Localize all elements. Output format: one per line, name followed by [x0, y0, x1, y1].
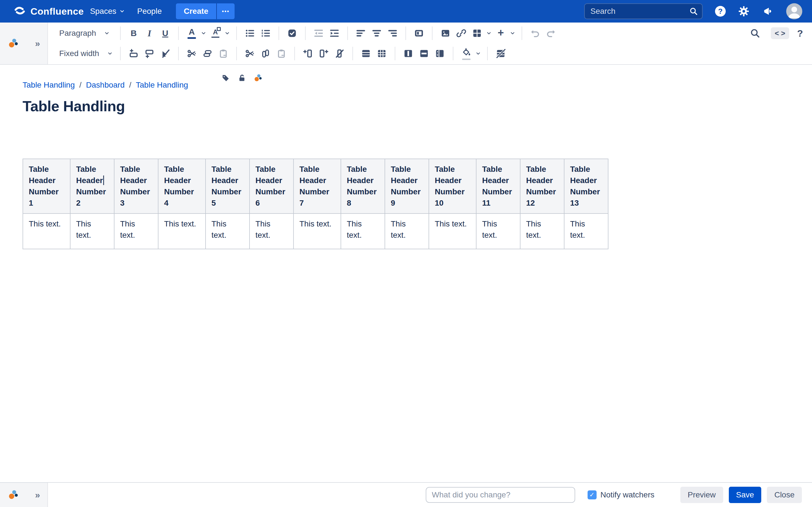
user-avatar[interactable] — [785, 3, 803, 20]
cell-color-button[interactable] — [459, 46, 474, 61]
insert-column-before-button[interactable] — [301, 46, 315, 61]
table-cell[interactable]: This text. — [341, 214, 385, 249]
table-header-cell[interactable]: Table Header Number 1 — [23, 159, 70, 214]
table-cell[interactable]: This text. — [250, 214, 294, 249]
version-comment-input[interactable] — [426, 487, 575, 503]
create-button[interactable]: Create — [176, 3, 216, 19]
cut-row-button[interactable] — [185, 46, 199, 61]
preview-button[interactable]: Preview — [680, 487, 723, 503]
table-cell[interactable]: This text. — [294, 214, 341, 249]
insert-image-button[interactable] — [438, 26, 453, 41]
notify-checkbox[interactable]: ✓ — [588, 490, 597, 499]
insert-row-below-button[interactable] — [142, 46, 157, 61]
table-header-cell[interactable]: Table Header Number 6 — [250, 159, 294, 214]
insert-column-after-button[interactable] — [316, 46, 331, 61]
table-cell[interactable]: This text. — [114, 214, 158, 249]
create-more-button[interactable]: ••• — [217, 3, 235, 19]
sidebar-expand-button[interactable]: » — [35, 39, 40, 48]
nav-people[interactable]: People — [131, 0, 168, 22]
close-button[interactable]: Close — [767, 487, 802, 503]
editor-content[interactable]: Table Handling / Dashboard / Table Handl… — [0, 65, 812, 482]
announcements-icon[interactable] — [762, 6, 773, 17]
text-color-button[interactable]: A — [185, 26, 199, 41]
table-header-cell[interactable]: Table Header Number 3 — [114, 159, 158, 214]
outdent-button[interactable] — [311, 26, 326, 41]
table-header-cell[interactable]: Table Header Number 5 — [206, 159, 250, 214]
unlock-icon[interactable] — [238, 73, 246, 82]
paste-column-button[interactable] — [274, 46, 289, 61]
header-column-toggle-button[interactable] — [374, 46, 389, 61]
find-replace-button[interactable] — [748, 26, 762, 41]
breadcrumb-link[interactable]: Table Handling — [22, 80, 75, 90]
settings-gear-icon[interactable] — [738, 6, 749, 17]
copy-row-button[interactable] — [200, 46, 215, 61]
table-cell[interactable]: This text. — [476, 214, 520, 249]
italic-button[interactable]: I — [142, 26, 157, 41]
table-header-cell[interactable]: Table Header Number 2 — [70, 159, 114, 214]
table-header-cell[interactable]: Table Header Number 12 — [520, 159, 564, 214]
copy-column-button[interactable] — [258, 46, 273, 61]
table-cell[interactable]: This text. — [429, 214, 476, 249]
table-header-cell[interactable]: Table Header Number 11 — [476, 159, 520, 214]
page-layout-button[interactable] — [412, 26, 426, 41]
bullet-list-button[interactable] — [243, 26, 257, 41]
page-title[interactable]: Table Handling — [22, 98, 812, 115]
table-header-cell[interactable]: Table Header Number 13 — [564, 159, 608, 214]
merge-cells-button[interactable] — [401, 46, 416, 61]
cut-column-button[interactable] — [243, 46, 257, 61]
table-cell[interactable]: This text. — [70, 214, 114, 249]
table-header-cell[interactable]: Table Header Number 10 — [429, 159, 476, 214]
more-formatting-chevron[interactable] — [224, 31, 230, 36]
table-cell[interactable]: This text. — [385, 214, 429, 249]
insert-row-above-button[interactable] — [126, 46, 141, 61]
align-left-button[interactable] — [354, 26, 368, 41]
table-cell[interactable]: This text. — [564, 214, 608, 249]
numbered-list-button[interactable] — [258, 26, 273, 41]
editor-help-button[interactable]: ? — [797, 28, 803, 39]
bold-button[interactable]: B — [126, 26, 141, 41]
table-header-cell[interactable]: Table Header Number 4 — [158, 159, 206, 214]
remove-column-button[interactable] — [332, 46, 347, 61]
table-cell[interactable]: This text. — [520, 214, 564, 249]
redo-button[interactable] — [544, 26, 558, 41]
save-button[interactable]: Save — [729, 487, 762, 503]
app-cluster-logo-icon[interactable] — [254, 73, 263, 82]
nav-spaces[interactable]: Spaces — [84, 0, 131, 22]
split-cell-button[interactable] — [417, 46, 432, 61]
labels-tag-icon[interactable] — [221, 73, 230, 82]
source-code-toggle[interactable]: < > — [771, 27, 790, 39]
table-width-select[interactable]: Fixed width — [57, 49, 115, 58]
search-icon[interactable] — [689, 7, 698, 16]
insert-more-button[interactable]: + — [493, 26, 508, 41]
search-input[interactable] — [584, 3, 703, 19]
header-row-toggle-button[interactable] — [359, 46, 373, 61]
cell-color-chevron[interactable] — [475, 51, 481, 56]
undo-button[interactable] — [528, 26, 543, 41]
paste-row-button[interactable] — [216, 46, 231, 61]
align-right-button[interactable] — [385, 26, 400, 41]
breadcrumb-link[interactable]: Table Handling — [136, 80, 188, 90]
table-cell[interactable]: This text. — [206, 214, 250, 249]
confluence-logo[interactable]: Confluence — [13, 5, 84, 17]
sidebar-expand-button[interactable]: » — [35, 490, 40, 499]
task-list-button[interactable] — [285, 26, 299, 41]
insert-table-chevron[interactable] — [486, 31, 492, 36]
numbered-column-button[interactable] — [433, 46, 447, 61]
text-color-chevron[interactable] — [201, 31, 206, 36]
table-cell[interactable]: This text. — [158, 214, 206, 249]
more-formatting-button[interactable]: A — [208, 26, 223, 41]
table-cell[interactable]: This text. — [23, 214, 70, 249]
paragraph-style-select[interactable]: Paragraph — [57, 29, 115, 38]
help-button[interactable]: ? — [715, 6, 726, 17]
insert-link-button[interactable] — [454, 26, 469, 41]
table-header-cell[interactable]: Table Header Number 7 — [294, 159, 341, 214]
insert-table-button[interactable] — [470, 26, 485, 41]
indent-button[interactable] — [327, 26, 342, 41]
remove-row-button[interactable] — [158, 46, 172, 61]
breadcrumb-link[interactable]: Dashboard — [86, 80, 124, 90]
table-header-cell[interactable]: Table Header Number 9 — [385, 159, 429, 214]
insert-more-chevron[interactable] — [510, 31, 515, 36]
align-center-button[interactable] — [369, 26, 384, 41]
remove-table-button[interactable] — [493, 46, 508, 61]
table-header-cell[interactable]: Table Header Number 8 — [341, 159, 385, 214]
